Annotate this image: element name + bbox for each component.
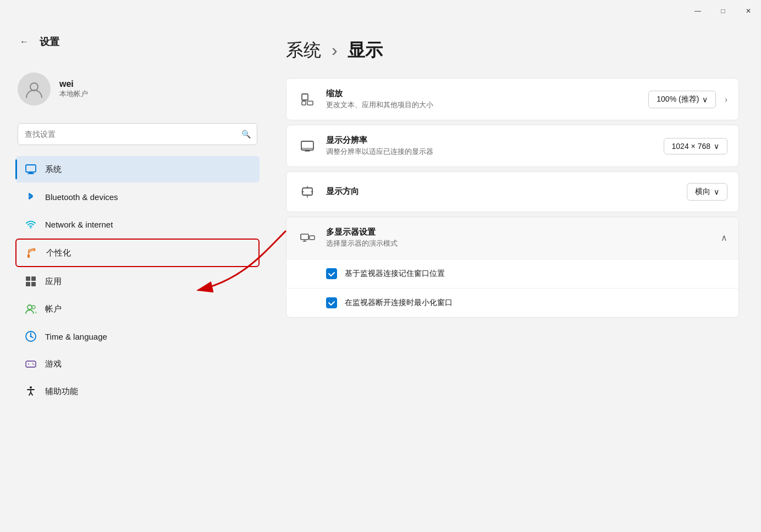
system-icon <box>24 163 37 176</box>
svg-rect-21 <box>302 101 306 105</box>
sidebar-item-network-label: Network & internet <box>45 220 113 229</box>
sidebar-item-time-label: Time & language <box>45 332 107 341</box>
resolution-row[interactable]: 显示分辨率 调整分辨率以适应已连接的显示器 1024 × 768 ∨ <box>286 125 738 167</box>
svg-point-11 <box>32 306 35 309</box>
multi-display-section: 多显示器设置 选择显示器的演示模式 ∧ 基于监视器连接记住窗口位置 <box>286 217 739 317</box>
breadcrumb-parent: 系统 <box>286 40 321 60</box>
sidebar-item-personalize[interactable]: 个性化 <box>15 239 260 267</box>
svg-rect-22 <box>307 101 313 105</box>
chevron-down-icon: ∨ <box>714 187 719 196</box>
scale-row[interactable]: 缩放 更改文本、应用和其他项目的大小 100% (推荐) ∨ › <box>286 79 738 120</box>
sidebar-item-accounts-label: 帐户 <box>45 304 62 314</box>
search-icon: 🔍 <box>241 130 251 138</box>
network-icon <box>24 218 37 231</box>
multi-display-text: 多显示器设置 选择显示器的演示模式 <box>326 227 721 248</box>
maximize-button[interactable]: □ <box>710 0 736 22</box>
breadcrumb-separator: › <box>332 40 343 60</box>
svg-rect-9 <box>31 282 36 286</box>
sidebar-item-bluetooth[interactable]: Bluetooth & devices <box>15 184 260 210</box>
minimize-on-disconnect-label: 在监视器断开连接时最小化窗口 <box>345 298 453 308</box>
breadcrumb-current: 显示 <box>348 40 383 60</box>
search-input[interactable] <box>18 123 257 145</box>
apps-icon <box>24 275 37 288</box>
orientation-section: 显示方向 横向 ∨ <box>286 171 739 212</box>
scale-text: 缩放 更改文本、应用和其他项目的大小 <box>326 88 648 110</box>
avatar <box>18 73 51 106</box>
scale-section: 缩放 更改文本、应用和其他项目的大小 100% (推荐) ∨ › <box>286 78 739 120</box>
svg-point-19 <box>30 386 32 389</box>
sidebar-item-system[interactable]: 系统 <box>15 156 260 182</box>
scale-dropdown[interactable]: 100% (推荐) ∨ <box>648 91 716 108</box>
orientation-text: 显示方向 <box>326 186 687 198</box>
svg-point-4 <box>30 227 31 228</box>
close-button[interactable]: ✕ <box>736 0 761 22</box>
titlebar: — □ ✕ <box>0 0 761 22</box>
back-button[interactable]: ← <box>15 33 33 51</box>
resolution-text: 显示分辨率 调整分辨率以适应已连接的显示器 <box>326 135 664 157</box>
accounts-icon <box>24 302 37 315</box>
multi-display-subtitle: 选择显示器的演示模式 <box>326 239 721 248</box>
svg-point-18 <box>34 364 35 365</box>
gaming-icon <box>24 357 37 370</box>
svg-rect-6 <box>26 276 30 281</box>
sidebar-item-gaming-label: 游戏 <box>45 359 62 369</box>
resolution-control: 1024 × 768 ∨ <box>664 138 727 154</box>
accessibility-icon <box>24 385 37 398</box>
scale-chevron-right: › <box>725 95 727 104</box>
sidebar-item-personalize-label: 个性化 <box>46 248 71 258</box>
svg-point-17 <box>32 363 34 364</box>
sidebar-header: ← 设置 <box>11 33 264 51</box>
svg-rect-7 <box>31 276 36 281</box>
sidebar-item-network[interactable]: Network & internet <box>15 211 260 237</box>
orientation-dropdown[interactable]: 横向 ∨ <box>687 183 727 201</box>
svg-rect-27 <box>302 188 312 195</box>
svg-rect-5 <box>27 254 30 258</box>
resolution-subtitle: 调整分辨率以适应已连接的显示器 <box>326 147 664 157</box>
chevron-down-icon: ∨ <box>714 142 719 151</box>
sidebar-item-system-label: 系统 <box>45 164 62 175</box>
sidebar-title: 设置 <box>40 35 59 48</box>
user-info: wei 本地帐户 <box>59 79 88 99</box>
resolution-title: 显示分辨率 <box>326 135 664 146</box>
sidebar-item-accessibility-label: 辅助功能 <box>45 386 78 397</box>
orientation-control: 横向 ∨ <box>687 183 727 201</box>
minimize-on-disconnect-checkbox[interactable] <box>326 297 337 308</box>
svg-point-13 <box>30 336 32 337</box>
sidebar-item-time[interactable]: Time & language <box>15 323 260 350</box>
resolution-dropdown[interactable]: 1024 × 768 ∨ <box>664 138 727 154</box>
resolution-section: 显示分辨率 调整分辨率以适应已连接的显示器 1024 × 768 ∨ <box>286 125 739 167</box>
multi-display-icon <box>297 228 317 248</box>
scale-subtitle: 更改文本、应用和其他项目的大小 <box>326 100 648 110</box>
sidebar-item-accounts[interactable]: 帐户 <box>15 296 260 322</box>
bluetooth-icon <box>24 190 37 203</box>
scale-icon <box>297 90 317 109</box>
chevron-down-icon: ∨ <box>702 95 708 104</box>
svg-rect-28 <box>301 234 308 240</box>
sidebar: ← 设置 wei 本地帐户 🔍 <box>0 22 264 532</box>
orientation-title: 显示方向 <box>326 186 687 197</box>
scale-title: 缩放 <box>326 88 648 99</box>
sidebar-item-accessibility[interactable]: 辅助功能 <box>15 378 260 404</box>
orientation-row[interactable]: 显示方向 横向 ∨ <box>286 172 738 212</box>
remember-window-checkbox[interactable] <box>326 268 337 279</box>
user-name: wei <box>59 79 88 89</box>
resolution-icon <box>297 136 317 156</box>
page-header: 系统 › 显示 <box>286 38 739 63</box>
svg-rect-23 <box>301 141 313 150</box>
minimize-button[interactable]: — <box>685 0 710 22</box>
orientation-icon <box>297 182 317 202</box>
multi-display-chevron-wrap: ∧ <box>721 232 727 243</box>
user-profile[interactable]: wei 本地帐户 <box>11 64 264 119</box>
svg-point-10 <box>27 305 32 309</box>
svg-point-0 <box>30 83 38 91</box>
main-content: 系统 › 显示 缩放 更改文本、应用和其他项目的大小 <box>264 22 761 532</box>
sidebar-item-gaming[interactable]: 游戏 <box>15 351 260 377</box>
sidebar-item-apps[interactable]: 应用 <box>15 268 260 295</box>
time-icon <box>24 330 37 343</box>
personalize-icon <box>25 246 38 259</box>
chevron-up-icon: ∧ <box>721 232 727 243</box>
svg-rect-20 <box>302 94 308 100</box>
search-box: 🔍 <box>18 123 257 145</box>
scale-control: 100% (推荐) ∨ › <box>648 91 727 108</box>
multi-display-row[interactable]: 多显示器设置 选择显示器的演示模式 ∧ <box>286 217 738 259</box>
